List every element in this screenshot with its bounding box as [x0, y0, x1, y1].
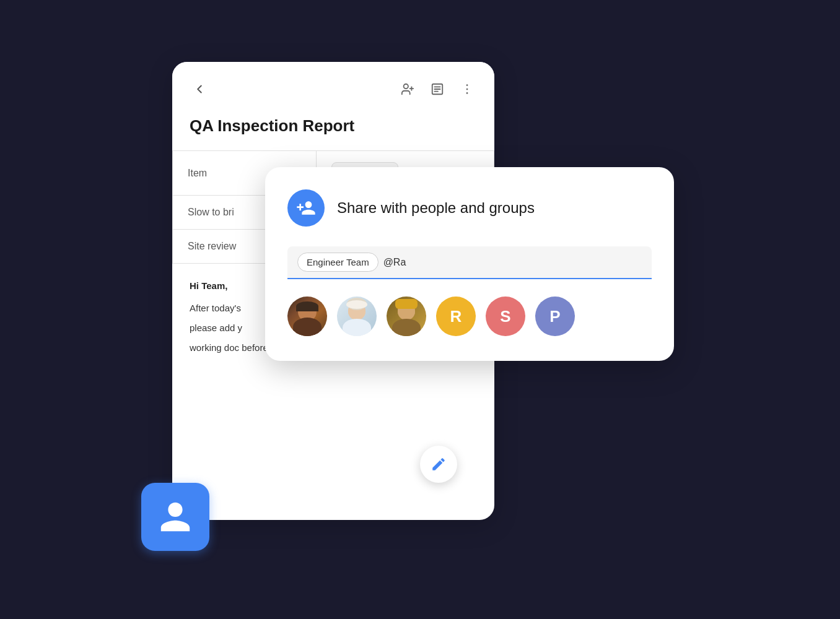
add-person-icon-btn[interactable]: [398, 79, 418, 99]
qa-report-title: QA Inspection Report: [172, 109, 494, 150]
svg-point-9: [466, 92, 468, 94]
more-options-icon-btn[interactable]: [457, 79, 477, 99]
edit-fab-button[interactable]: [420, 446, 457, 483]
blue-person-card: [141, 483, 209, 551]
qa-action-icons: [398, 79, 477, 99]
engineer-team-tag[interactable]: Engineer Team: [297, 253, 378, 272]
share-dialog-title: Share with people and groups: [337, 199, 535, 217]
person-white-icon: [157, 499, 193, 535]
avatar-person-3[interactable]: [387, 297, 426, 336]
svg-point-8: [466, 89, 468, 90]
avatar-r-letter: R: [450, 307, 462, 326]
notes-icon-btn[interactable]: [427, 79, 447, 99]
share-input-row[interactable]: Engineer Team: [287, 246, 652, 279]
avatars-row: R S P: [287, 297, 652, 336]
share-dialog: Share with people and groups Engineer Te…: [265, 167, 674, 361]
scene: QA Inspection Report Item Jon Nowak Slow…: [141, 43, 699, 576]
avatar-person-1[interactable]: [287, 297, 327, 336]
avatar-s[interactable]: S: [486, 297, 525, 336]
svg-point-7: [466, 84, 468, 86]
share-icon-circle: [287, 189, 325, 227]
avatar-p-letter: P: [549, 307, 560, 326]
svg-point-0: [404, 84, 408, 89]
avatar-r[interactable]: R: [436, 297, 476, 336]
avatar-s-letter: S: [500, 307, 510, 326]
avatar-person-2[interactable]: [337, 297, 377, 336]
qa-card-header: [172, 62, 494, 109]
back-button[interactable]: [190, 79, 209, 99]
share-search-input[interactable]: [383, 257, 642, 268]
share-dialog-header: Share with people and groups: [287, 189, 652, 227]
avatar-p[interactable]: P: [535, 297, 575, 336]
